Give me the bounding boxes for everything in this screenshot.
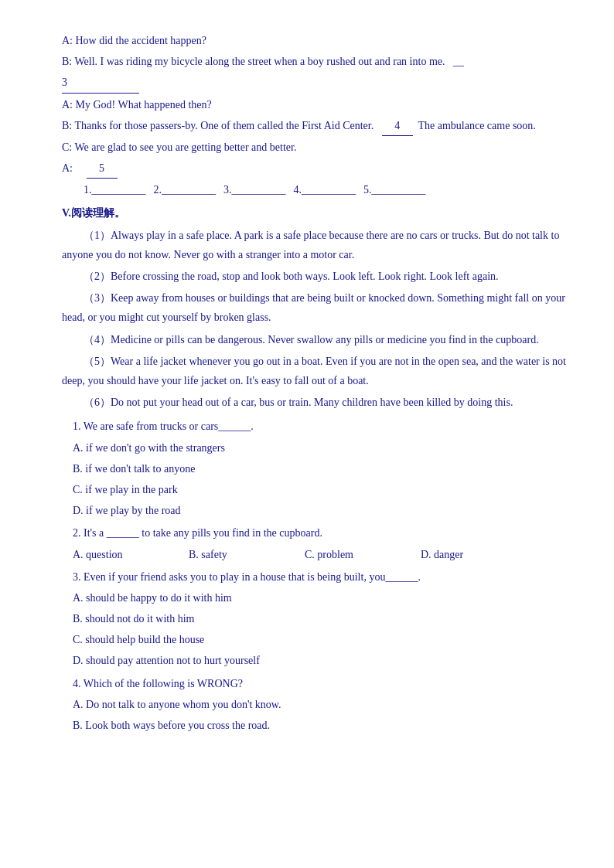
question-2-stem: 2. It's a ______ to take any pills you f… — [62, 523, 568, 543]
para-6: （6）Do not put your head out of a car, bu… — [62, 393, 568, 412]
q1-option-a: A. if we don't go with the strangers — [62, 438, 568, 458]
question-3-stem: 3. Even if your friend asks you to play … — [62, 567, 568, 587]
question-4-stem: 4. Which of the following is WRONG? — [62, 674, 568, 693]
para-1: （1）Always play in a safe place. A park i… — [62, 226, 568, 264]
dialogue-line-b2: B: Thanks for those passers-by. One of t… — [62, 116, 568, 136]
dialogue-line-b1: B: Well. I was riding my bicycle along t… — [62, 52, 568, 71]
blank-item-1: 1.__________ — [84, 180, 146, 199]
q2-option-d: D. danger — [421, 545, 513, 564]
blank-item-3: 3.__________ — [223, 180, 286, 199]
dialogue-line-a1: A: How did the accident happen? — [62, 31, 568, 50]
q4-option-b: B. Look both ways before you cross the r… — [62, 716, 568, 735]
q2-option-b: B. safety — [189, 545, 281, 564]
q4-option-a: A. Do not talk to anyone whom you don't … — [62, 695, 568, 714]
q1-option-d: D. if we play by the road — [62, 501, 568, 520]
dialogue-line-c1: C: We are glad to see you are getting be… — [62, 138, 568, 157]
q1-option-b: B. if we don't talk to anyone — [62, 459, 568, 478]
question-3: 3. Even if your friend asks you to play … — [62, 567, 568, 671]
para-2: （2）Before crossing the road, stop and lo… — [62, 267, 568, 286]
section-v: V.阅读理解。 （1）Always play in a safe place. … — [62, 203, 568, 736]
fill-blanks-row: 1.__________ 2.__________ 3.__________ 4… — [62, 180, 568, 199]
q3-option-d: D. should pay attention not to hurt your… — [62, 651, 568, 670]
question-1-stem: 1. We are safe from trucks or cars______… — [62, 417, 568, 436]
q3-option-c: C. should help build the house — [62, 630, 568, 649]
section-v-title: V.阅读理解。 — [62, 203, 568, 223]
blank-3: 3 — [62, 73, 101, 93]
blank-5: 5 — [87, 158, 118, 179]
q1-option-c: C. if we play in the park — [62, 480, 568, 499]
speaker-a3: A: — [62, 162, 87, 174]
q2-option-a: A. question — [73, 545, 165, 564]
question-2: 2. It's a ______ to take any pills you f… — [62, 523, 568, 563]
dialogue-line-a3: A: 5 — [62, 158, 568, 179]
q2-option-c: C. problem — [305, 545, 397, 564]
blank-4: 4 — [382, 116, 413, 136]
blank-item-5: 5.__________ — [363, 180, 426, 199]
speaker-a2: A: — [62, 99, 76, 111]
blank-3-line-ext — [101, 73, 139, 93]
para-4: （4）Medicine or pills can be dangerous. N… — [62, 330, 568, 349]
q3-option-a: A. should be happy to do it with him — [62, 588, 568, 608]
question-1: 1. We are safe from trucks or cars______… — [62, 417, 568, 520]
dialogue-section: A: How did the accident happen? B: Well.… — [62, 31, 568, 200]
speaker-b2: B: — [62, 120, 74, 131]
dialogue-line-a2: A: My God! What happened then? — [62, 95, 568, 114]
speaker-c1: C: — [62, 141, 74, 153]
para-3: （3）Keep away from houses or buildings th… — [62, 288, 568, 327]
speaker-a1: A: — [62, 35, 76, 46]
blank-item-2: 2.__________ — [154, 180, 217, 199]
blank-3-line: 3 — [62, 73, 568, 93]
question-4: 4. Which of the following is WRONG? A. D… — [62, 674, 568, 736]
blank-item-4: 4.__________ — [294, 180, 356, 199]
q3-option-b: B. should not do it with him — [62, 609, 568, 628]
q2-options-row: A. question B. safety C. problem D. dang… — [62, 545, 568, 564]
speaker-b1: B: — [62, 56, 74, 67]
para-5: （5）Wear a life jacket whenever you go ou… — [62, 352, 568, 390]
